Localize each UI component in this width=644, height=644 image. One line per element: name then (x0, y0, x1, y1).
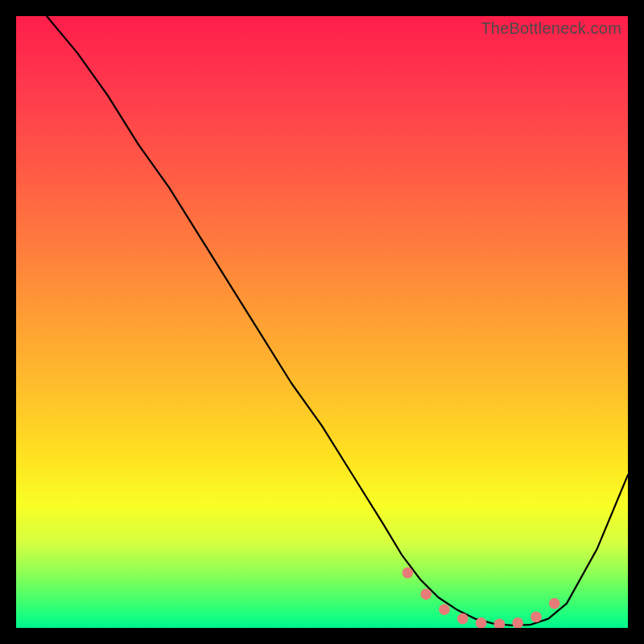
chart-frame: TheBottleneck.com (0, 0, 644, 644)
svg-point-1 (420, 588, 431, 600)
svg-point-8 (549, 598, 560, 609)
marker-dots (402, 568, 560, 628)
svg-point-5 (494, 619, 506, 628)
svg-point-6 (512, 617, 523, 628)
svg-point-0 (402, 568, 414, 579)
svg-point-7 (530, 611, 542, 622)
svg-point-3 (457, 613, 469, 625)
chart-svg (16, 16, 628, 628)
svg-point-2 (439, 604, 450, 615)
plot-area: TheBottleneck.com (16, 16, 628, 628)
curve-line (47, 16, 628, 625)
